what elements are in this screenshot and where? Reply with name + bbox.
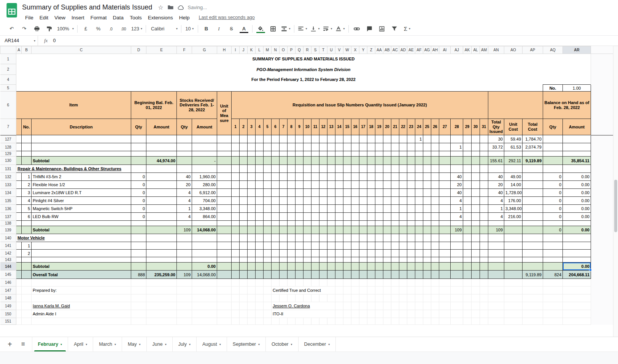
- cell[interactable]: [415, 85, 423, 92]
- cell[interactable]: Qty: [177, 119, 192, 135]
- cell[interactable]: [359, 189, 367, 197]
- cell[interactable]: [335, 318, 343, 325]
- cell[interactable]: [280, 197, 288, 205]
- cell[interactable]: [217, 302, 232, 310]
- undo-button[interactable]: ↶: [5, 24, 18, 34]
- cell[interactable]: [504, 85, 523, 92]
- cell[interactable]: [359, 234, 367, 242]
- cell[interactable]: [32, 135, 131, 143]
- cell[interactable]: [439, 165, 451, 173]
- cell[interactable]: [543, 242, 563, 250]
- cell[interactable]: [423, 165, 431, 173]
- cell[interactable]: [480, 221, 488, 226]
- cell[interactable]: 9,119.89: [523, 271, 543, 279]
- cell[interactable]: [543, 263, 563, 271]
- cell[interactable]: [463, 135, 472, 143]
- cell[interactable]: [563, 294, 591, 302]
- cell[interactable]: [431, 234, 439, 242]
- row-header-5[interactable]: 5: [0, 85, 16, 92]
- cell[interactable]: [504, 286, 523, 294]
- row-header-145[interactable]: 145: [0, 271, 16, 279]
- cell[interactable]: [217, 234, 232, 242]
- cell[interactable]: [463, 157, 472, 165]
- bold-button[interactable]: B: [200, 24, 213, 34]
- cell[interactable]: [543, 250, 563, 257]
- cell[interactable]: [391, 197, 399, 205]
- cell[interactable]: [131, 318, 146, 325]
- day-header-cell[interactable]: 18: [367, 119, 375, 135]
- cell[interactable]: Description: [32, 119, 131, 135]
- cell[interactable]: 59.49: [504, 135, 523, 143]
- cell[interactable]: [391, 279, 399, 286]
- cell[interactable]: [288, 279, 295, 286]
- cell[interactable]: [375, 302, 383, 310]
- cell[interactable]: [399, 250, 407, 257]
- day-header-cell[interactable]: 29: [463, 119, 472, 135]
- cell[interactable]: [415, 151, 423, 157]
- cell[interactable]: [463, 250, 472, 257]
- column-header-U[interactable]: U: [327, 46, 335, 54]
- column-header-K[interactable]: K: [248, 46, 256, 54]
- cell[interactable]: [391, 318, 399, 325]
- cell[interactable]: [131, 85, 146, 92]
- cell[interactable]: [423, 310, 431, 318]
- chevron-down-icon[interactable]: ▾: [291, 343, 292, 346]
- cell[interactable]: [16, 286, 22, 294]
- cell[interactable]: [451, 234, 463, 242]
- cell[interactable]: [391, 135, 399, 143]
- cell[interactable]: [280, 213, 288, 221]
- cell[interactable]: [256, 242, 264, 250]
- sheet-tab-december[interactable]: December▾: [299, 337, 336, 351]
- cell[interactable]: [351, 213, 359, 221]
- cell[interactable]: [232, 205, 240, 213]
- cell[interactable]: [256, 279, 264, 286]
- cell[interactable]: [295, 143, 303, 151]
- cell[interactable]: [451, 242, 463, 250]
- cell[interactable]: 1: [451, 205, 463, 213]
- cell[interactable]: [367, 263, 375, 271]
- cell[interactable]: [311, 250, 319, 257]
- cell[interactable]: [488, 151, 504, 157]
- cell[interactable]: [264, 318, 272, 325]
- cell[interactable]: [439, 151, 451, 157]
- cell[interactable]: [399, 242, 407, 250]
- cell[interactable]: [335, 143, 343, 151]
- cell[interactable]: [359, 263, 367, 271]
- cell[interactable]: [264, 85, 272, 92]
- cell[interactable]: [232, 279, 240, 286]
- cell[interactable]: [451, 263, 463, 271]
- cell[interactable]: [311, 213, 319, 221]
- cell[interactable]: [131, 302, 146, 310]
- cell[interactable]: [264, 143, 272, 151]
- cell[interactable]: [131, 135, 146, 143]
- cell[interactable]: [523, 221, 543, 226]
- cell[interactable]: [288, 226, 295, 234]
- cell[interactable]: [504, 294, 523, 302]
- cell[interactable]: [16, 143, 22, 151]
- strikethrough-button[interactable]: S: [225, 24, 238, 34]
- day-header-cell[interactable]: 6: [272, 119, 280, 135]
- cell[interactable]: [327, 135, 335, 143]
- cell[interactable]: [131, 257, 146, 263]
- row-header-147[interactable]: 147: [0, 286, 16, 294]
- cell[interactable]: Jessem O. Cardona: [272, 302, 335, 310]
- cell[interactable]: [272, 205, 280, 213]
- cell[interactable]: [192, 294, 217, 302]
- cell[interactable]: [146, 173, 177, 181]
- cell[interactable]: [391, 234, 399, 242]
- cell[interactable]: [335, 151, 343, 157]
- cell[interactable]: 4: [451, 213, 463, 221]
- cell[interactable]: [439, 318, 451, 325]
- cell[interactable]: [504, 226, 523, 234]
- chevron-down-icon[interactable]: ▾: [60, 343, 62, 346]
- cell[interactable]: [232, 85, 240, 92]
- cell[interactable]: [543, 302, 563, 310]
- cell[interactable]: [504, 250, 523, 257]
- cell[interactable]: [280, 221, 288, 226]
- cell[interactable]: [303, 135, 311, 143]
- cell[interactable]: [248, 310, 256, 318]
- cell[interactable]: [335, 165, 343, 173]
- cell[interactable]: [463, 257, 472, 263]
- cell[interactable]: [488, 318, 504, 325]
- cell[interactable]: [319, 242, 327, 250]
